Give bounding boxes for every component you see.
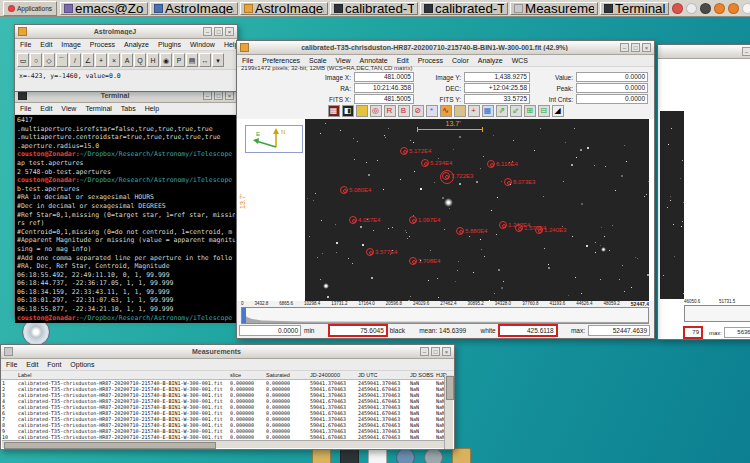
menu-item[interactable]: File xyxy=(20,41,31,48)
imagej-tool-icon[interactable]: × xyxy=(108,53,120,67)
imagej-tool-icon[interactable]: P xyxy=(173,53,185,67)
star-field-canvas[interactable]: 13.7' 5.172E4 5.234E4 7.722E3 6.116E4 8.… xyxy=(305,119,649,301)
menu-item[interactable]: File xyxy=(6,361,17,368)
menu-item[interactable]: Help xyxy=(145,105,159,112)
back-image-titlebar[interactable]: – □ × xyxy=(658,45,750,59)
toolbar-icon[interactable]: ◧ xyxy=(342,105,354,117)
image-x-field[interactable]: 481.0005 xyxy=(354,72,414,82)
col-jd-utc[interactable]: JD UTC xyxy=(357,372,409,378)
menu-item[interactable]: File xyxy=(242,57,253,64)
menu-item[interactable]: View xyxy=(336,57,351,64)
imagej-tool-icon[interactable]: ∠ xyxy=(82,53,94,67)
menu-item[interactable]: Preferences xyxy=(262,57,300,64)
toolbar-icon[interactable]: ◢ xyxy=(552,105,564,117)
menu-item[interactable]: Analyze xyxy=(478,57,503,64)
white-level-field[interactable]: 425.6118 xyxy=(499,325,557,336)
toolbar-icon[interactable]: R xyxy=(384,105,396,117)
toolbar-icon[interactable]: ◎ xyxy=(370,105,382,117)
menu-item[interactable]: Font xyxy=(47,361,61,368)
black-level-field[interactable]: 75.6045 xyxy=(329,325,387,336)
white-level-field[interactable]: 79 xyxy=(684,327,702,338)
max-value-field[interactable]: 56363.7657 xyxy=(724,327,750,338)
menu-item[interactable]: Edit xyxy=(40,41,52,48)
imagej-tool-icon[interactable]: Q xyxy=(134,53,146,67)
aperture-annotation[interactable]: 8.073E3 xyxy=(504,178,535,186)
taskbar-window-button[interactable]: Measurements xyxy=(510,2,598,15)
measurements-titlebar[interactable]: Measurements – □ × xyxy=(1,345,454,359)
aperture-annotation[interactable]: 5.172E4 xyxy=(400,147,431,155)
col-jd[interactable]: JD-2400000 xyxy=(309,372,357,378)
menu-item[interactable]: Options xyxy=(70,361,94,368)
menu-item[interactable]: View xyxy=(61,105,76,112)
toolbar-icon[interactable]: ⇗ xyxy=(496,105,508,117)
applications-menu-button[interactable]: Applications xyxy=(3,1,57,16)
menu-item[interactable]: Process xyxy=(418,57,443,64)
toolbar-icon[interactable]: ▦ xyxy=(328,105,340,117)
image-y-field[interactable]: 1,438.9275 xyxy=(464,72,530,82)
min-value-field[interactable]: 0.0000 xyxy=(239,325,301,336)
menu-item[interactable]: Window xyxy=(190,41,215,48)
menu-item[interactable]: Analyze xyxy=(124,41,149,48)
toolbar-icon[interactable]: B xyxy=(398,105,410,117)
text-editor-icon[interactable] xyxy=(368,448,387,463)
toolbar-icon[interactable]: ⊟ xyxy=(538,105,550,117)
menu-item[interactable]: Terminal xyxy=(85,105,111,112)
terminal-output[interactable]: 6417.multiaperture.isrefstar=false,true,… xyxy=(15,115,237,323)
close-button[interactable]: × xyxy=(225,91,234,100)
tray-app-icon[interactable] xyxy=(742,3,750,14)
taskbar-window-button[interactable]: Terminal xyxy=(600,2,669,15)
menu-item[interactable]: Color xyxy=(452,57,469,64)
back-histogram[interactable] xyxy=(684,305,750,322)
taskbar-window-button[interactable]: calibrated-T35-c... xyxy=(420,2,508,15)
tray-app-icon[interactable] xyxy=(700,3,711,14)
menu-item[interactable]: Scale xyxy=(309,57,327,64)
imagej-tool-icon[interactable]: ◇ xyxy=(43,53,55,67)
toolbar-icon[interactable] xyxy=(356,105,368,117)
imagej-tool-icon[interactable]: ▾ xyxy=(212,53,224,67)
col-label[interactable]: Label xyxy=(17,372,229,378)
imagej-tool-icon[interactable]: A xyxy=(121,53,133,67)
imagej-tool-icon[interactable]: ◉ xyxy=(160,53,172,67)
aperture-annotation[interactable]: 5.880E4 xyxy=(456,227,487,235)
tray-app-icon[interactable] xyxy=(686,3,697,14)
histogram[interactable] xyxy=(241,307,649,324)
aperture-annotation[interactable]: 3.708E4 xyxy=(409,257,440,265)
toolbar-icon[interactable]: ⇙ xyxy=(510,105,522,117)
close-button[interactable]: × xyxy=(442,347,451,356)
aperture-annotation[interactable]: 5.234E4 xyxy=(421,159,452,167)
peak-field[interactable]: 0.0000 xyxy=(576,83,648,93)
web-browser-icon[interactable] xyxy=(396,448,415,463)
dec-field[interactable]: +12:04:25.58 xyxy=(464,83,530,93)
toolbar-icon[interactable]: ⊞ xyxy=(524,105,536,117)
toolbox-titlebar[interactable]: AstroImageJ – □ × xyxy=(15,25,237,39)
menu-item[interactable]: Image xyxy=(61,41,80,48)
aperture-annotation[interactable]: 4.057E4 xyxy=(349,216,380,224)
aperture-annotation[interactable]: 1.097E4 xyxy=(409,216,440,224)
col-slice[interactable]: slice xyxy=(229,372,265,378)
maximize-button[interactable]: □ xyxy=(214,91,223,100)
aperture-annotation[interactable]: 5.080E4 xyxy=(340,186,371,194)
close-button[interactable]: × xyxy=(225,27,234,36)
vertical-scrollbar[interactable] xyxy=(444,375,453,449)
aperture-annotation[interactable]: 7.722E3 xyxy=(442,172,473,180)
imagej-tool-icon[interactable]: / xyxy=(69,53,81,67)
back-image-canvas[interactable] xyxy=(660,111,684,299)
maximize-button[interactable]: □ xyxy=(214,27,223,36)
menu-item[interactable]: Annotate xyxy=(360,57,388,64)
toolbar-icon[interactable]: * xyxy=(426,105,438,117)
col-saturated[interactable]: Saturated xyxy=(265,372,309,378)
tray-app-icon[interactable] xyxy=(672,3,683,14)
toolbar-icon[interactable]: ∿ xyxy=(440,105,452,117)
folder-icon[interactable] xyxy=(312,448,331,463)
imagej-tool-icon[interactable]: ▭ xyxy=(17,53,29,67)
media-player-icon[interactable] xyxy=(424,448,443,463)
aperture-annotation[interactable]: 1.240E3 xyxy=(535,226,566,234)
tray-app-icon[interactable] xyxy=(728,3,739,14)
menu-item[interactable]: File xyxy=(20,105,31,112)
image-titlebar[interactable]: calibrated-T35-chrisduston-HR87-20200710… xyxy=(237,41,654,55)
black-level-marker[interactable] xyxy=(242,308,246,323)
menu-item[interactable]: Process xyxy=(90,41,115,48)
imagej-tool-icon[interactable]: H xyxy=(147,53,159,67)
menu-item[interactable]: Edit xyxy=(397,57,409,64)
menu-item[interactable]: Edit xyxy=(40,105,52,112)
